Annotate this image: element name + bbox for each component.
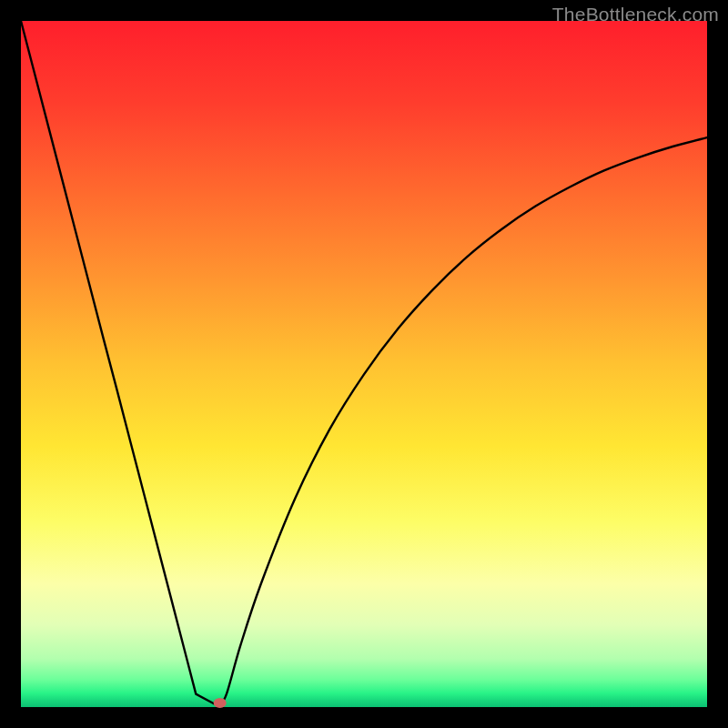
minimum-marker <box>214 698 227 708</box>
bottleneck-curve <box>21 21 707 707</box>
chart-frame: TheBottleneck.com <box>0 0 728 728</box>
plot-area <box>21 21 707 707</box>
watermark-text: TheBottleneck.com <box>552 4 719 25</box>
